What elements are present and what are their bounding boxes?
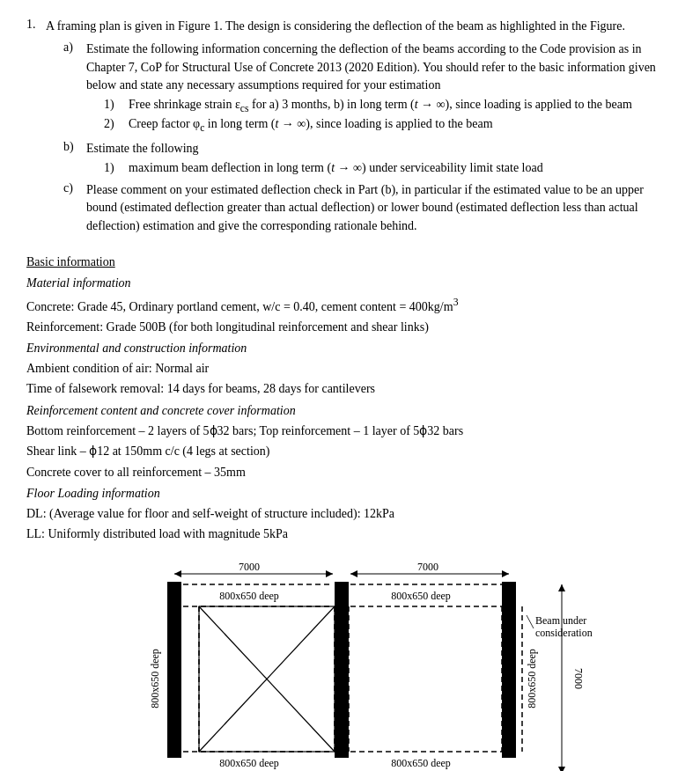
- question-intro: A framing plan is given in Figure 1. The…: [46, 18, 674, 35]
- part-a-label: a): [63, 40, 81, 136]
- part-c: c) Please comment on your estimated defl…: [63, 181, 674, 238]
- reinf-line-3: Concrete cover to all reinforcement – 35…: [26, 464, 674, 481]
- svg-marker-5: [502, 570, 509, 577]
- floor-title: Floor Loading information: [26, 485, 674, 503]
- diagram-area: 7000 7000 800x6: [26, 558, 674, 771]
- side-label-right: 800x650 deep: [526, 649, 538, 709]
- reinf-line-1: Bottom reinforcement – 2 layers of 5ϕ32 …: [26, 422, 674, 440]
- part-b-sub-1: 1) maximum beam deflection in long term …: [104, 161, 543, 175]
- env-title: Environmental and construction informati…: [26, 340, 674, 357]
- svg-marker-4: [350, 570, 357, 577]
- beam-label-bot-right: 800x650 deep: [391, 757, 451, 769]
- reinf-title: Reinforcement content and concrete cover…: [26, 402, 674, 420]
- part-c-label: c): [63, 181, 81, 238]
- sub-num-2: 2): [104, 117, 123, 134]
- basic-info-section: Basic information Material information C…: [26, 253, 674, 544]
- question-number: 1.: [26, 18, 41, 241]
- svg-marker-34: [558, 767, 565, 771]
- question-item-1: 1. A framing plan is given in Figure 1. …: [26, 18, 674, 241]
- beam-label-top-left: 800x650 deep: [219, 590, 279, 602]
- part-b-sub-1-text: maximum beam deflection in long term (t …: [129, 161, 543, 175]
- dim-7000-left: 7000: [239, 561, 260, 573]
- part-a-content: Estimate the following information conce…: [86, 40, 674, 136]
- material-line-1: Concrete: Grade 45, Ordinary portland ce…: [26, 296, 674, 316]
- basic-info-title: Basic information: [26, 253, 674, 271]
- material-title: Material information: [26, 275, 674, 292]
- structural-diagram: 7000 7000 800x6: [95, 558, 606, 771]
- dim-7000-right: 7000: [417, 561, 438, 573]
- part-b-label: b): [63, 140, 81, 178]
- svg-line-35: [527, 615, 534, 628]
- part-a-sub-1-text: Free shrinkage strain εcs for a) 3 month…: [129, 98, 632, 114]
- sub-num-1: 1): [104, 98, 123, 114]
- svg-marker-33: [558, 584, 565, 591]
- part-a: a) Estimate the following information co…: [63, 40, 674, 136]
- part-a-sub-2-text: Creep factor φc in long term (t → ∞), si…: [129, 117, 493, 134]
- material-line-2: Reinforcement: Grade 500B (for both long…: [26, 319, 674, 336]
- dim-7000-vert: 7000: [572, 668, 585, 689]
- part-a-text: Estimate the following information conce…: [86, 40, 674, 94]
- svg-marker-1: [174, 570, 181, 577]
- question-content: A framing plan is given in Figure 1. The…: [46, 18, 674, 241]
- part-b-content: Estimate the following 1) maximum beam d…: [86, 140, 543, 178]
- floor-line-1: DL: (Average value for floor and self-we…: [26, 505, 674, 523]
- beam-label-top-right: 800x650 deep: [391, 590, 451, 602]
- env-line-1: Ambient condition of air: Normal air: [26, 360, 674, 378]
- reinf-line-2: Shear link – ϕ12 at 150mm c/c (4 legs at…: [26, 443, 674, 460]
- beam-label-bot-left: 800x650 deep: [219, 757, 279, 769]
- part-c-content: Please comment on your estimated deflect…: [86, 181, 674, 238]
- svg-rect-12: [502, 582, 516, 758]
- env-line-2: Time of falsework removal: 14 days for b…: [26, 380, 674, 398]
- part-b-text: Estimate the following: [86, 140, 543, 158]
- svg-marker-2: [326, 570, 333, 577]
- diagram-container: 7000 7000 800x6: [95, 558, 606, 771]
- part-c-text: Please comment on your estimated deflect…: [86, 181, 674, 235]
- sub-num-b1: 1): [104, 161, 123, 175]
- part-a-sub-1: 1) Free shrinkage strain εcs for a) 3 mo…: [104, 98, 674, 114]
- part-b: b) Estimate the following 1) maximum bea…: [63, 140, 674, 178]
- beam-annotation-2: consideration: [535, 627, 593, 639]
- beam-annotation: Beam under: [535, 614, 586, 627]
- svg-rect-11: [335, 582, 349, 758]
- side-label-left: 800x650 deep: [149, 649, 161, 709]
- floor-line-2: LL: Uniformly distributed load with magn…: [26, 525, 674, 543]
- part-a-sub-2: 2) Creep factor φc in long term (t → ∞),…: [104, 117, 674, 134]
